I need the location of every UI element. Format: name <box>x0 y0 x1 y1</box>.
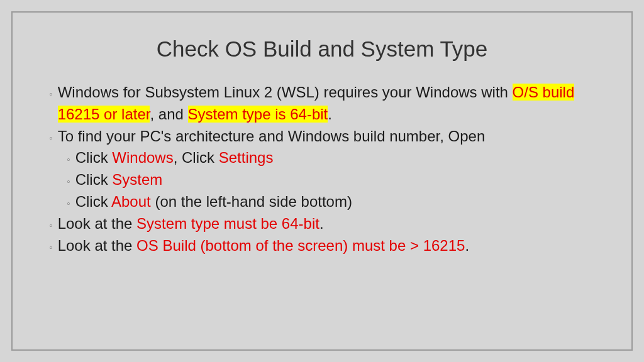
bullet-item-2c: ◦ Click About (on the left-hand side bot… <box>67 191 595 213</box>
bullet-item-2a: ◦ Click Windows, Click Settings <box>67 147 595 169</box>
text-segment: . <box>465 237 469 254</box>
bullet-text: Click System <box>75 169 595 191</box>
red-text: System type must be 64-bit <box>136 215 319 232</box>
slide-content: ◦ Windows for Subsystem Linux 2 (WSL) re… <box>49 82 595 256</box>
bullet-item-2b: ◦ Click System <box>67 169 595 191</box>
bullet-item-1: ◦ Windows for Subsystem Linux 2 (WSL) re… <box>49 82 595 126</box>
text-segment: . <box>319 215 324 232</box>
highlighted-text: System type is 64-bit <box>188 106 328 123</box>
bullet-item-3: ◦ Look at the System type must be 64-bit… <box>49 213 595 235</box>
bullet-marker: ◦ <box>49 131 53 145</box>
slide-title: Check OS Build and System Type <box>49 36 595 62</box>
text-segment: Look at the <box>58 215 136 232</box>
red-text: System <box>112 171 162 188</box>
text-segment: (on the left-hand side bottom) <box>151 193 352 210</box>
text-segment: Look at the <box>58 237 136 254</box>
bullet-text: Look at the OS Build (bottom of the scre… <box>58 235 595 257</box>
red-text: Windows <box>112 149 173 166</box>
bullet-marker: ◦ <box>49 240 53 255</box>
text-segment: Click <box>75 149 113 166</box>
text-segment: , Click <box>174 149 219 166</box>
red-text: OS Build (bottom of the screen) must be … <box>136 237 465 254</box>
text-segment: , and <box>150 106 187 123</box>
bullet-text: Look at the System type must be 64-bit. <box>58 213 595 235</box>
text-segment: To find your PC's architecture and Windo… <box>58 128 486 145</box>
slide-frame: Check OS Build and System Type ◦ Windows… <box>11 11 633 351</box>
text-segment: Click <box>75 171 113 188</box>
bullet-item-4: ◦ Look at the OS Build (bottom of the sc… <box>49 235 595 257</box>
bullet-marker: ◦ <box>49 218 53 233</box>
bullet-text: Click About (on the left-hand side botto… <box>75 191 595 213</box>
bullet-marker: ◦ <box>67 196 70 211</box>
text-segment: Windows for Subsystem Linux 2 (WSL) requ… <box>58 84 513 101</box>
bullet-text: To find your PC's architecture and Windo… <box>58 126 595 148</box>
red-text: About <box>111 193 151 210</box>
bullet-text: Click Windows, Click Settings <box>75 147 595 169</box>
bullet-item-2: ◦ To find your PC's architecture and Win… <box>49 126 595 148</box>
bullet-marker: ◦ <box>67 152 70 167</box>
text-segment: Click <box>75 193 111 210</box>
bullet-text: Windows for Subsystem Linux 2 (WSL) requ… <box>58 82 595 126</box>
bullet-marker: ◦ <box>49 87 53 101</box>
bullet-marker: ◦ <box>67 174 70 189</box>
text-segment: . <box>328 106 332 123</box>
red-text: Settings <box>219 149 274 166</box>
